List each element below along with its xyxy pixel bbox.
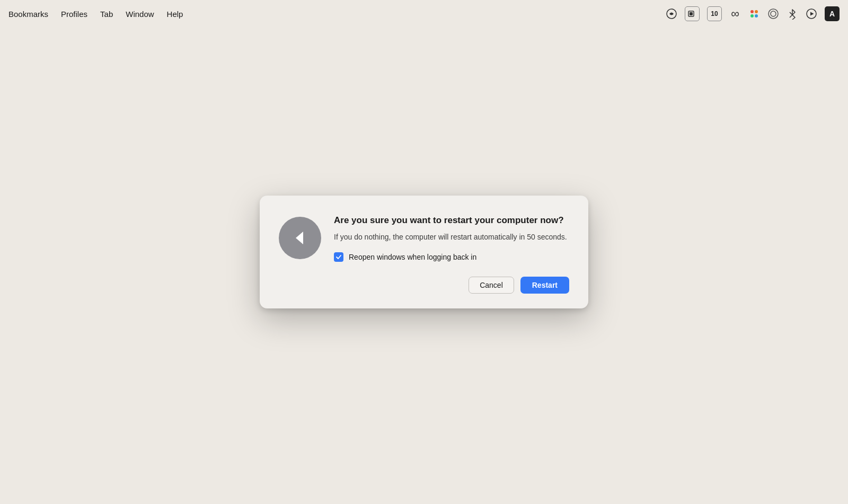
back-arrow-icon: [290, 228, 310, 247]
cancel-button[interactable]: Cancel: [469, 277, 514, 294]
svg-marker-10: [296, 232, 303, 244]
checkbox-row: Reopen windows when logging back in: [334, 252, 569, 262]
restart-dialog: Are you sure you want to restart your co…: [260, 196, 588, 309]
restart-icon-circle: [279, 217, 321, 259]
dialog-body: If you do nothing, the computer will res…: [334, 232, 569, 243]
dialog-overlay: Are you sure you want to restart your co…: [0, 0, 848, 504]
checkbox-label: Reopen windows when logging back in: [349, 253, 476, 261]
dialog-buttons: Cancel Restart: [334, 277, 569, 294]
dialog-text-area: Are you sure you want to restart your co…: [334, 215, 569, 294]
restart-button[interactable]: Restart: [520, 277, 569, 294]
reopen-windows-checkbox[interactable]: [334, 252, 343, 262]
checkmark-icon: [335, 254, 342, 260]
dialog-title: Are you sure you want to restart your co…: [334, 215, 569, 227]
dialog-content: Are you sure you want to restart your co…: [279, 215, 569, 294]
